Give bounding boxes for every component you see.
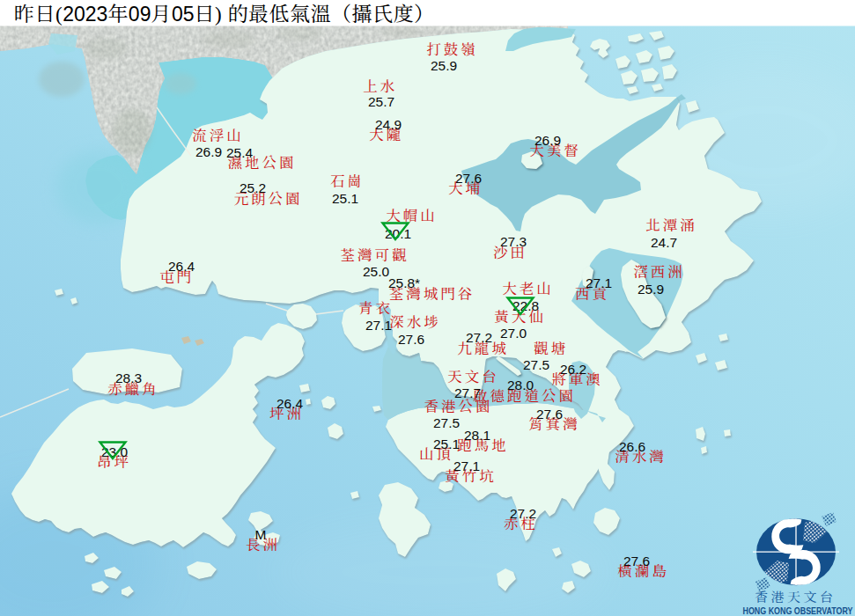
svg-text:27.2: 27.2 <box>510 506 536 521</box>
svg-text:滘西洲: 滘西洲 <box>633 260 685 282</box>
svg-text:27.6: 27.6 <box>398 332 424 347</box>
svg-text:大帽山: 大帽山 <box>386 204 438 225</box>
svg-text:26.2: 26.2 <box>560 362 586 377</box>
svg-text:25.1: 25.1 <box>332 191 358 206</box>
svg-text:28.0: 28.0 <box>507 378 534 392</box>
svg-text:打鼓嶺: 打鼓嶺 <box>426 38 478 59</box>
svg-text:石崗: 石崗 <box>330 170 365 191</box>
svg-text:M: M <box>255 527 267 542</box>
svg-text:27.0: 27.0 <box>500 326 527 341</box>
svg-text:27.7: 27.7 <box>454 385 481 400</box>
svg-text:25.8*: 25.8* <box>388 275 420 290</box>
svg-text:流浮山: 流浮山 <box>192 124 244 145</box>
svg-text:觀塘: 觀塘 <box>534 337 568 358</box>
svg-text:北潭涌: 北潭涌 <box>645 214 697 235</box>
svg-text:27.6: 27.6 <box>623 554 650 568</box>
svg-text:天文台: 天文台 <box>447 365 499 386</box>
svg-text:26.9: 26.9 <box>195 144 222 159</box>
svg-text:28.1: 28.1 <box>464 428 490 443</box>
svg-text:27.3: 27.3 <box>500 234 527 249</box>
svg-text:25.9: 25.9 <box>431 58 457 73</box>
svg-text:上水: 上水 <box>363 75 397 96</box>
svg-text:26.9: 26.9 <box>534 133 561 148</box>
svg-text:27.1: 27.1 <box>453 458 480 473</box>
svg-text:27.1: 27.1 <box>586 275 612 290</box>
svg-text:25.0: 25.0 <box>363 264 390 279</box>
svg-text:26.6: 26.6 <box>619 439 645 454</box>
svg-text:27.6: 27.6 <box>536 407 563 422</box>
svg-text:25.2: 25.2 <box>240 180 266 195</box>
svg-text:荃灣可觀: 荃灣可觀 <box>341 244 409 265</box>
svg-text:昨日(2023年09月05日) 的最低氣溫（攝氏度）: 昨日(2023年09月05日) 的最低氣溫（攝氏度） <box>14 0 434 27</box>
svg-text:27.1: 27.1 <box>365 318 392 333</box>
svg-text:27.5: 27.5 <box>433 415 460 430</box>
svg-text:28.3: 28.3 <box>115 370 142 385</box>
svg-text:青衣: 青衣 <box>358 297 393 318</box>
svg-text:27.6: 27.6 <box>455 171 482 186</box>
svg-text:27.5: 27.5 <box>523 357 549 372</box>
svg-text:25.7: 25.7 <box>368 94 394 109</box>
svg-text:25.4: 25.4 <box>226 145 254 160</box>
svg-text:24.9: 24.9 <box>375 117 402 132</box>
svg-text:香港天文台: 香港天文台 <box>755 587 837 605</box>
svg-text:大老山: 大老山 <box>502 277 554 298</box>
svg-text:25.9: 25.9 <box>638 282 664 297</box>
svg-text:20.1: 20.1 <box>385 226 411 241</box>
svg-text:27.2: 27.2 <box>466 330 492 345</box>
svg-text:24.7: 24.7 <box>651 235 677 250</box>
svg-text:深水埗: 深水埗 <box>389 311 441 332</box>
svg-text:26.4: 26.4 <box>168 259 195 274</box>
svg-text:25.1: 25.1 <box>433 436 460 451</box>
svg-text:HONG KONG OBSERVATORY: HONG KONG OBSERVATORY <box>743 605 853 616</box>
svg-text:26.4: 26.4 <box>276 396 304 411</box>
